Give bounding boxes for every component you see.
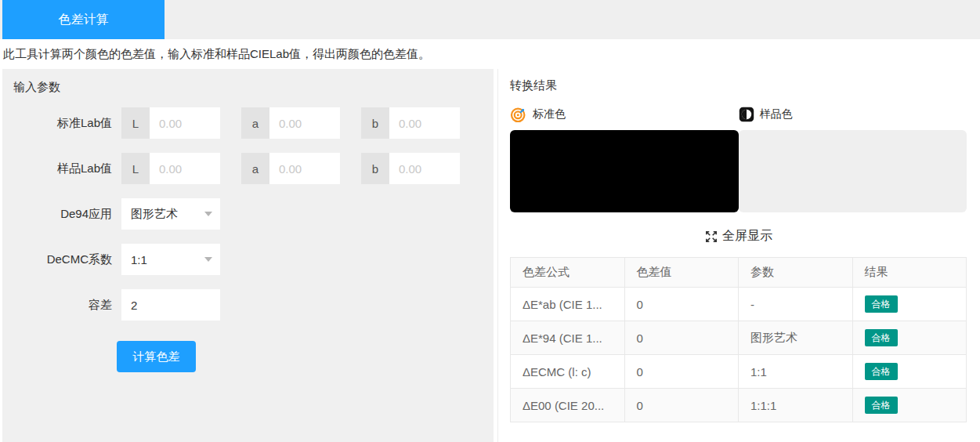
chevron-down-icon: [204, 257, 212, 262]
sample-a-group: a: [241, 153, 340, 184]
result-table: 色差公式 色差值 参数 结果 ΔE*ab (CIE 1... 0 - 合格 ΔE…: [510, 257, 967, 422]
header-params: 参数: [739, 258, 853, 288]
result-cell: 合格: [852, 355, 967, 389]
pass-badge: 合格: [865, 397, 898, 414]
sample-l-prefix: L: [121, 153, 150, 184]
table-row: ΔE*ab (CIE 1... 0 - 合格: [511, 288, 967, 321]
sample-lab-label: 样品Lab值: [13, 161, 121, 176]
tool-description: 此工具计算两个颜色的色差值，输入标准和样品CIELab值，得出两颜色的色差值。: [0, 39, 980, 69]
result-panel-title: 转换结果: [510, 78, 967, 93]
value-cell: 0: [624, 389, 739, 422]
standard-a-prefix: a: [241, 107, 269, 139]
standard-a-input[interactable]: [269, 107, 340, 139]
sample-color-label: 样品色: [760, 107, 793, 121]
standard-b-prefix: b: [361, 107, 389, 139]
input-panel: 输入参数 标准Lab值 L a b 样品Lab值 L: [2, 69, 494, 442]
params-cell: -: [739, 288, 853, 321]
expand-icon: [704, 230, 718, 244]
standard-b-input[interactable]: [389, 107, 460, 139]
sample-b-input[interactable]: [389, 153, 460, 184]
sample-a-prefix: a: [241, 153, 269, 184]
table-row: ΔECMC (l: c) 0 1:1 合格: [511, 355, 967, 389]
chevron-down-icon: [204, 212, 212, 216]
de94-row: De94应用 图形艺术: [13, 198, 483, 230]
sample-a-input[interactable]: [269, 153, 340, 184]
table-row: ΔE00 (CIE 20... 0 1:1:1 合格: [511, 389, 967, 422]
value-cell: 0: [624, 288, 739, 321]
result-table-header-row: 色差公式 色差值 参数 结果: [511, 258, 967, 288]
decmc-row: DeCMC系数 1:1: [13, 244, 483, 275]
standard-l-prefix: L: [121, 107, 150, 139]
contrast-icon: [739, 107, 754, 122]
result-cell: 合格: [852, 288, 967, 321]
header-result: 结果: [852, 258, 967, 288]
calculate-button[interactable]: 计算色差: [117, 341, 196, 372]
decmc-select[interactable]: 1:1: [121, 244, 220, 275]
result-cell: 合格: [852, 389, 967, 422]
pass-badge: 合格: [865, 363, 898, 380]
fullscreen-label: 全屏显示: [722, 228, 772, 245]
standard-lab-row: 标准Lab值 L a b: [13, 107, 483, 139]
pass-badge: 合格: [865, 295, 898, 313]
params-cell: 1:1:1: [739, 389, 853, 422]
standard-color-label: 标准色: [533, 107, 566, 121]
tab-bar: 色差计算: [0, 0, 980, 39]
params-cell: 1:1: [739, 355, 853, 389]
de94-select[interactable]: 图形艺术: [121, 198, 220, 230]
swatch-labels-row: 标准色 样品色: [510, 106, 967, 123]
pass-badge: 合格: [865, 329, 898, 346]
standard-l-group: L: [121, 107, 220, 139]
formula-cell: ΔECMC (l: c): [511, 355, 625, 389]
value-cell: 0: [624, 321, 739, 355]
sample-b-group: b: [361, 153, 460, 184]
color-swatches: [510, 130, 967, 212]
standard-lab-label: 标准Lab值: [13, 116, 121, 131]
standard-b-group: b: [361, 107, 460, 139]
params-cell: 图形艺术: [739, 321, 853, 355]
fullscreen-button[interactable]: 全屏显示: [510, 228, 967, 245]
input-panel-title: 输入参数: [13, 80, 483, 95]
tolerance-label: 容差: [13, 298, 121, 313]
formula-cell: ΔE*ab (CIE 1...: [511, 288, 625, 321]
tolerance-input[interactable]: [121, 289, 220, 321]
standard-color-swatch: [510, 130, 739, 212]
de94-label: De94应用: [13, 207, 121, 222]
formula-cell: ΔE00 (CIE 20...: [511, 389, 625, 422]
sample-color-swatch: [739, 130, 967, 212]
sample-b-prefix: b: [361, 153, 389, 184]
tab-color-difference[interactable]: 色差计算: [2, 0, 165, 39]
target-icon: [510, 106, 527, 123]
sample-color-label-group: 样品色: [739, 106, 967, 123]
decmc-label: DeCMC系数: [13, 252, 121, 267]
sample-lab-row: 样品Lab值 L a b: [13, 153, 483, 184]
table-row: ΔE*94 (CIE 1... 0 图形艺术 合格: [511, 321, 967, 355]
value-cell: 0: [624, 355, 739, 389]
sample-l-group: L: [121, 153, 220, 184]
formula-cell: ΔE*94 (CIE 1...: [511, 321, 625, 355]
decmc-selected-value: 1:1: [131, 253, 204, 266]
standard-a-group: a: [241, 107, 340, 139]
header-formula: 色差公式: [511, 258, 625, 288]
result-panel: 转换结果 标准色: [497, 69, 980, 442]
main-content: 输入参数 标准Lab值 L a b 样品Lab值 L: [0, 69, 980, 442]
standard-color-label-group: 标准色: [510, 106, 739, 123]
standard-l-input[interactable]: [150, 107, 220, 139]
de94-selected-value: 图形艺术: [131, 207, 204, 222]
result-cell: 合格: [852, 321, 967, 355]
sample-l-input[interactable]: [150, 153, 220, 184]
tolerance-row: 容差: [13, 289, 483, 321]
header-value: 色差值: [624, 258, 739, 288]
